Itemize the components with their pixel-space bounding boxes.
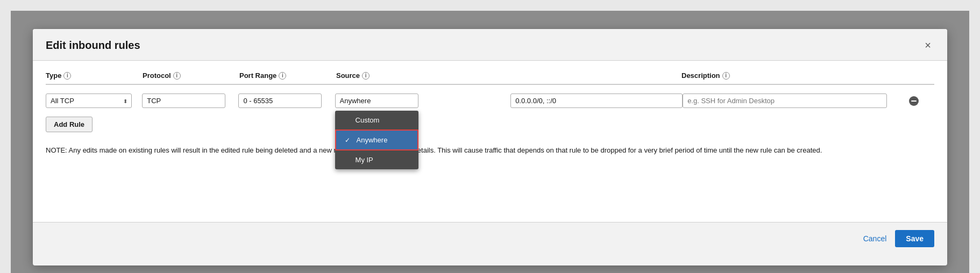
protocol-value: TCP	[142, 94, 225, 108]
type-cell: All TCP ⬍	[46, 94, 142, 108]
save-button[interactable]: Save	[895, 230, 934, 247]
type-info-icon[interactable]: i	[63, 72, 71, 80]
source-value-cell	[506, 94, 683, 108]
modal-overlay: Edit inbound rules × Type i Protocol i P…	[11, 11, 969, 273]
description-info-icon[interactable]: i	[722, 72, 730, 80]
dropdown-item-myip[interactable]: My IP	[335, 150, 418, 169]
close-button[interactable]: ×	[921, 39, 934, 52]
type-select-wrap: All TCP ⬍	[46, 94, 132, 108]
source-container: Anywhere Custom My IP Custom	[335, 94, 502, 108]
col-header-description: Description i	[681, 71, 907, 80]
port-range-value: 0 - 65535	[238, 94, 322, 108]
source-info-icon[interactable]: i	[362, 72, 370, 80]
col-header-port-range: Port Range i	[239, 71, 336, 80]
type-select[interactable]: All TCP	[46, 94, 132, 108]
dropdown-item-custom[interactable]: Custom	[335, 111, 418, 130]
modal-header: Edit inbound rules ×	[33, 29, 947, 61]
source-value-input[interactable]	[510, 94, 683, 108]
actions-cell	[907, 95, 934, 107]
description-input[interactable]	[683, 94, 887, 108]
remove-icon	[908, 96, 919, 106]
anywhere-checkmark: ✓	[345, 136, 352, 144]
port-range-cell: 0 - 65535	[238, 94, 335, 108]
table-header: Type i Protocol i Port Range i Source i	[46, 71, 934, 85]
add-rule-button[interactable]: Add Rule	[46, 117, 93, 132]
source-row: Anywhere Custom My IP Custom	[335, 94, 507, 108]
source-select[interactable]: Anywhere Custom My IP	[335, 94, 418, 108]
remove-row-button[interactable]	[907, 95, 920, 107]
col-header-type: Type i	[46, 71, 143, 80]
source-dropdown-menu: Custom ✓ Anywhere My IP	[335, 111, 418, 169]
modal-title: Edit inbound rules	[46, 39, 140, 52]
modal-body: Type i Protocol i Port Range i Source i	[33, 61, 947, 222]
col-header-protocol: Protocol i	[143, 71, 239, 80]
cancel-button[interactable]: Cancel	[863, 234, 887, 243]
protocol-info-icon[interactable]: i	[173, 72, 181, 80]
description-cell	[683, 94, 907, 108]
edit-inbound-rules-modal: Edit inbound rules × Type i Protocol i P…	[33, 29, 947, 265]
port-range-info-icon[interactable]: i	[279, 72, 286, 80]
source-select-wrap: Anywhere Custom My IP Custom	[335, 94, 502, 108]
source-cell: Anywhere Custom My IP Custom	[335, 94, 507, 108]
note-text: NOTE: Any edits made on existing rules w…	[46, 145, 934, 156]
dropdown-item-anywhere[interactable]: ✓ Anywhere	[335, 130, 418, 150]
col-header-source: Source i	[336, 71, 508, 80]
table-row: All TCP ⬍ TCP 0 - 65535	[46, 89, 934, 112]
modal-footer: Cancel Save	[33, 222, 947, 255]
protocol-cell: TCP	[142, 94, 238, 108]
